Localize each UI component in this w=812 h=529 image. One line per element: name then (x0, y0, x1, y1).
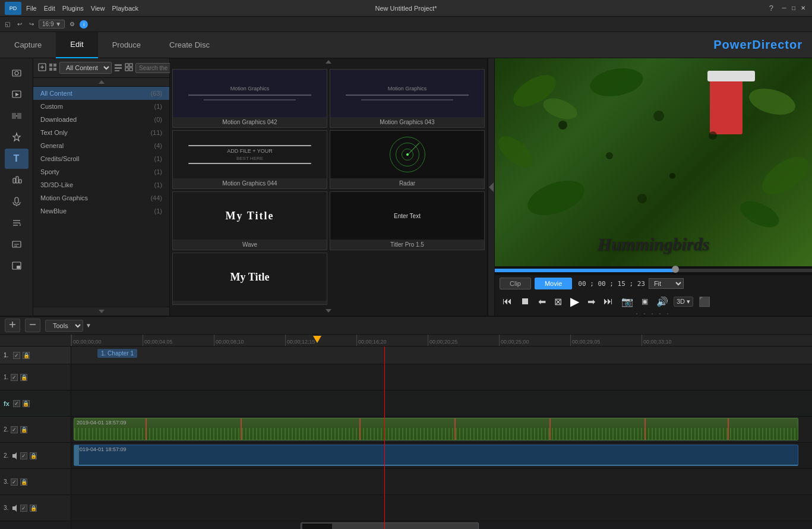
window-maximize[interactable]: □ (789, 4, 798, 12)
cat-3d[interactable]: 3D/3D-Like(1) (33, 178, 169, 191)
playback-split[interactable]: ⊠ (551, 295, 565, 308)
track-fx-visibility[interactable]: ✓ (13, 400, 20, 407)
chapter-1-marker[interactable]: 1. Chapter 1 (97, 349, 137, 358)
playback-play[interactable]: ▶ (567, 293, 582, 310)
menu-plugins[interactable]: Plugins (62, 5, 84, 12)
sidebar-icon-effects[interactable] (5, 127, 29, 147)
grid-item-mg042[interactable]: Motion Graphics Motion Graphics 042 (172, 69, 327, 128)
track-1v-visibility[interactable]: ✓ (11, 374, 18, 381)
audio-icon-3 (11, 505, 18, 512)
toolbar-info[interactable]: i (80, 20, 88, 29)
sidebar-icon-chapter[interactable]: 3 (5, 213, 29, 233)
panel-view-icon[interactable] (114, 63, 122, 73)
content-scroll-down[interactable] (170, 307, 487, 316)
svg-rect-5 (17, 113, 21, 119)
grid-item-mg043[interactable]: Motion Graphics Motion Graphics 043 (330, 69, 485, 128)
playback-notes[interactable]: ▣ (639, 296, 651, 307)
progress-handle[interactable] (672, 266, 679, 273)
tab-capture[interactable]: Capture (0, 32, 56, 58)
panel-grid-icon[interactable] (49, 63, 57, 73)
sidebar-icon-transitions[interactable] (5, 106, 29, 126)
playback-frame-back[interactable]: ⬅ (535, 295, 549, 308)
timeline-remove-track[interactable] (25, 319, 40, 332)
track-2v-lock[interactable]: 🔒 (20, 426, 27, 433)
toolbar-controls: ? ─ □ ✕ (766, 2, 807, 14)
audio-clip-main[interactable]: 2019-04-01 18:57:09 (74, 445, 798, 466)
help-button[interactable]: ? (766, 2, 776, 14)
track-fx-lock[interactable]: 🔒 (23, 400, 30, 407)
cat-motion-graphics[interactable]: Motion Graphics(44) (33, 191, 169, 204)
cat-newblue[interactable]: NewBlue(1) (33, 204, 169, 218)
sidebar-icon-pip[interactable] (5, 256, 29, 276)
tab-create-disc[interactable]: Create Disc (155, 32, 224, 58)
preview-movie-tab[interactable]: Movie (535, 278, 572, 289)
playback-stop[interactable]: ⏹ (517, 295, 533, 308)
track-1-visibility[interactable]: ✓ (13, 352, 20, 359)
playback-snapshot[interactable]: 📷 (618, 295, 636, 308)
cat-general[interactable]: General(4) (33, 139, 169, 152)
track-3a-visibility[interactable]: ✓ (20, 505, 27, 512)
cat-custom[interactable]: Custom(1) (33, 100, 169, 113)
track-1-lock[interactable]: 🔒 (23, 352, 30, 359)
grid-item-radar[interactable]: Radar (330, 130, 485, 189)
track-3v-visibility[interactable]: ✓ (11, 478, 18, 486)
grid-item-mytitle[interactable]: My Title (172, 253, 327, 305)
sidebar-icon-subtitle[interactable] (5, 234, 29, 254)
track-3a-lock[interactable]: 🔒 (30, 505, 37, 512)
timeline-add-track[interactable] (5, 319, 20, 332)
playback-audio[interactable]: 🔊 (653, 295, 671, 308)
tab-produce[interactable]: Produce (98, 32, 155, 58)
toolbar-undo[interactable]: ↩ (15, 20, 24, 29)
sidebar-icon-capture[interactable] (5, 63, 29, 83)
preview-clip-tab[interactable]: Clip (500, 278, 531, 289)
tools-dropdown-arrow[interactable]: ▼ (86, 322, 91, 329)
scroll-down-arrow[interactable] (33, 307, 169, 316)
content-type-dropdown[interactable]: All Content (59, 62, 112, 74)
sidebar-icon-voice[interactable] (5, 191, 29, 212)
window-minimize[interactable]: ─ (780, 4, 788, 12)
playback-rewind-start[interactable]: ⏮ (500, 295, 515, 308)
cat-sporty[interactable]: Sporty(1) (33, 165, 169, 178)
sidebar-icon-audio-mix[interactable] (5, 170, 29, 190)
preview-progress-bar[interactable] (495, 269, 812, 272)
menu-playback[interactable]: Playback (112, 5, 138, 12)
track-2a-visibility[interactable]: ✓ (20, 452, 27, 459)
preview-fit-select[interactable]: Fit 100% 50% (649, 278, 684, 289)
playback-fast-fwd[interactable]: ⏭ (601, 295, 616, 308)
track-header-2v: 2. ✓ 🔒 (0, 417, 71, 443)
sidebar-icon-media[interactable] (5, 84, 29, 105)
cat-credits-scroll[interactable]: Credits/Scroll(1) (33, 152, 169, 165)
tab-edit[interactable]: Edit (56, 32, 97, 58)
cat-all-content[interactable]: All Content(63) (33, 87, 169, 100)
track-lane-chapter: 1. Chapter 1 (71, 347, 812, 364)
toolbar-aspect[interactable]: 16:9 ▼ (39, 20, 65, 29)
grid-item-mg044[interactable]: ADD FILE + YOUR BEST HERE Motion Graphic… (172, 130, 327, 189)
toolbar-new[interactable]: ◱ (2, 20, 12, 29)
panel-add-icon[interactable] (38, 63, 46, 73)
toolbar-redo[interactable]: ↪ (27, 20, 36, 29)
panel-collapse-handle[interactable] (488, 58, 495, 316)
toolbar-settings[interactable]: ⚙ (67, 20, 77, 29)
sidebar-icon-titles[interactable]: T (5, 149, 29, 169)
playback-3d[interactable]: 3D ▾ (674, 297, 693, 307)
menu-file[interactable]: File (26, 5, 37, 12)
scroll-up-arrow[interactable] (33, 78, 169, 87)
video-clip-main[interactable]: 2019-04-01 18:57:09 (74, 418, 798, 440)
track-2a-lock[interactable]: 🔒 (30, 452, 37, 459)
track-2v-visibility[interactable]: ✓ (11, 426, 18, 433)
tools-dropdown[interactable]: Tools (45, 320, 83, 332)
cat-text-only[interactable]: Text Only(11) (33, 126, 169, 139)
window-close[interactable]: ✕ (799, 4, 807, 12)
playback-external[interactable]: ⬛ (696, 295, 713, 308)
menu-view[interactable]: View (91, 5, 105, 12)
grid-item-titler[interactable]: Enter Text Titler Pro 1.5 (330, 191, 485, 250)
menu-edit[interactable]: Edit (44, 5, 55, 12)
track-1v-lock[interactable]: 🔒 (20, 374, 27, 381)
title-clip-hummingbirds[interactable]: Hummingbirds (301, 522, 479, 529)
panel-list-icon[interactable] (125, 63, 133, 73)
track-3v-lock[interactable]: 🔒 (20, 478, 27, 486)
cat-downloaded[interactable]: Downloaded(0) (33, 113, 169, 126)
playback-frame-fwd[interactable]: ➡ (584, 295, 598, 308)
grid-item-wave[interactable]: My Title Wave (172, 191, 327, 250)
content-scroll-up[interactable] (170, 58, 487, 67)
